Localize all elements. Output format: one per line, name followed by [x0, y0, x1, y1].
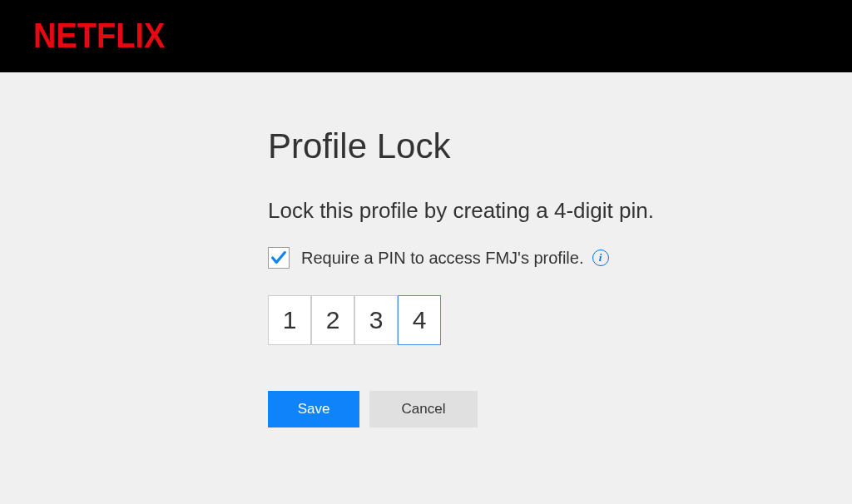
button-row: Save Cancel: [268, 391, 802, 427]
header: NETFLIX: [0, 0, 852, 72]
require-pin-label: Require a PIN to access FMJ's profile.: [301, 249, 584, 268]
require-pin-row: Require a PIN to access FMJ's profile. i: [268, 247, 802, 269]
pin-digit-3[interactable]: [354, 295, 398, 345]
page-title: Profile Lock: [268, 126, 802, 166]
require-pin-checkbox[interactable]: [268, 247, 290, 269]
netflix-logo[interactable]: NETFLIX: [33, 17, 165, 56]
checkmark-icon: [270, 249, 288, 267]
pin-input-row: [268, 295, 802, 345]
cancel-button[interactable]: Cancel: [369, 391, 478, 427]
save-button[interactable]: Save: [268, 391, 359, 427]
pin-digit-4[interactable]: [398, 295, 441, 345]
main-content: Profile Lock Lock this profile by creati…: [0, 72, 852, 427]
info-icon[interactable]: i: [592, 250, 609, 266]
pin-digit-2[interactable]: [311, 295, 354, 345]
page-subtitle: Lock this profile by creating a 4-digit …: [268, 198, 802, 224]
pin-digit-1[interactable]: [268, 295, 311, 345]
